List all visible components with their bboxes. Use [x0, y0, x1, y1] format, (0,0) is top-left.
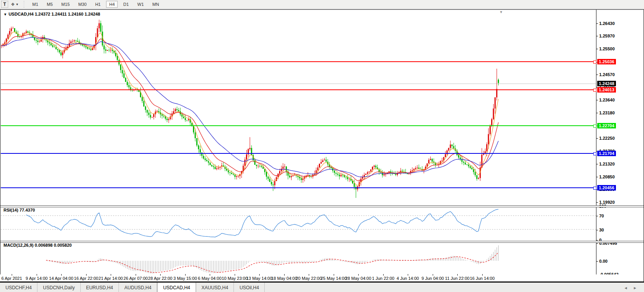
tabs-scroll-left-icon[interactable]: ◄ [624, 286, 628, 290]
chart-title-symbol: USDCAD,H4 [9, 12, 34, 16]
time-tick-dash [284, 274, 285, 276]
price-level-label[interactable]: 1.22704 [597, 123, 616, 128]
tabs-holder: USDCHF,H4USDCNH,DailyEURUSD,H4AUDUSD,H4U… [0, 283, 265, 292]
time-tick-label: 10 May 23:00 [222, 276, 248, 281]
rsi-label: RSI(14) 77.4370 [4, 208, 35, 212]
time-tick-dash [136, 274, 136, 276]
price-level-anchor[interactable] [593, 187, 596, 190]
current-price-line [1, 84, 596, 84]
tab-eurusd[interactable]: EURUSD,H4 [81, 283, 119, 292]
timeframe-button-d1[interactable]: D1 [120, 1, 132, 8]
time-tick-label: 4 Jun 14:00 [396, 276, 419, 281]
diamond-tool-icon: ❖ [11, 2, 15, 7]
price-tick-label: 1.26430 [599, 21, 615, 26]
chevron-down-icon: ▼ [16, 3, 19, 6]
timeframe-button-m1[interactable]: M1 [29, 1, 41, 8]
timeframe-button-m30[interactable]: M30 [75, 1, 90, 8]
timeframe-button-h1[interactable]: H1 [92, 1, 104, 8]
price-level-line[interactable] [1, 125, 596, 126]
timeframe-button-h4[interactable]: H4 [106, 1, 118, 8]
time-tick-dash [309, 274, 309, 276]
macd-tick-label: 0.00 [599, 259, 607, 264]
time-tick-dash [37, 274, 37, 276]
time-tick-dash [358, 274, 359, 276]
price-level-label: 1.24248 [597, 81, 616, 86]
chart-window: ▼USDCAD,H4 1.24372 1.24411 1.24160 1.242… [0, 9, 644, 282]
time-tick-dash [12, 274, 12, 276]
price-level-label[interactable]: 1.20456 [597, 185, 616, 191]
time-tick-label: 13 May 14:00 [246, 276, 272, 281]
chart-shift-marker[interactable]: ▼ [499, 10, 503, 14]
time-tick-label: 18 May 04:00 [271, 276, 297, 281]
time-tick-label: 28 May 04:00 [345, 276, 372, 281]
chart-title: ▼USDCAD,H4 1.24372 1.24411 1.24160 1.242… [4, 12, 100, 16]
time-tick-dash [383, 274, 384, 276]
price-level-label[interactable]: 1.25036 [597, 59, 616, 64]
price-level-line[interactable] [1, 187, 596, 188]
rsi-tick-label: 70 [599, 214, 604, 218]
time-tick-dash [433, 274, 433, 276]
price-tick-label: 1.20850 [599, 174, 615, 179]
price-level-anchor[interactable] [593, 125, 596, 128]
time-tick-label: 9 Jun 04:00 [421, 276, 444, 281]
timeframe-button-w1[interactable]: W1 [134, 1, 147, 8]
time-tick-label: 28 Apr 22:00 [148, 276, 172, 281]
time-tick-dash [61, 274, 62, 276]
price-level-label[interactable]: 1.21704 [597, 151, 616, 156]
timeframe-button-m15[interactable]: M15 [58, 1, 73, 8]
chart-tools-button[interactable]: ❖ ▼ [10, 1, 19, 8]
time-tick-dash [334, 274, 334, 276]
tab-usdcnh[interactable]: USDCNH,Daily [37, 283, 80, 292]
timeframe-group: M1M5M15M30H1H4D1W1MN [29, 1, 162, 8]
price-tick-label: 1.24570 [599, 72, 615, 77]
macd-panel[interactable]: MACD(12,26,9) 0.006898 0.005820 [0, 242, 644, 275]
time-tick-label: 26 Apr 07:00 [124, 276, 148, 281]
tabs-scroll-right-icon[interactable]: ► [633, 286, 637, 290]
price-tick-label: 1.25970 [599, 34, 615, 38]
tab-usoil[interactable]: USOil,H4 [234, 283, 265, 292]
price-tick-label: 1.21320 [599, 162, 615, 166]
price-axis-line [596, 10, 596, 275]
time-tick-dash [482, 274, 483, 276]
time-tick-label: 16 Apr 22:00 [74, 276, 98, 281]
tab-audusd[interactable]: AUDUSD,H4 [119, 283, 157, 292]
price-level-line[interactable] [1, 153, 596, 154]
price-level-line[interactable] [1, 61, 596, 62]
time-tick-dash [210, 274, 210, 276]
panel-separator-1[interactable] [0, 205, 644, 207]
price-level-anchor[interactable] [593, 89, 596, 92]
time-tick-dash [111, 274, 111, 276]
time-tick-dash [185, 274, 186, 276]
time-tick-label: 14 Apr 04:00 [49, 276, 73, 281]
timeframe-button-mn[interactable]: MN [149, 1, 162, 8]
macd-label: MACD(12,26,9) 0.006898 0.005820 [4, 243, 72, 247]
price-level-anchor[interactable] [593, 152, 596, 155]
price-level-label[interactable]: 1.24013 [597, 87, 616, 93]
time-tick-dash [259, 274, 260, 276]
tab-xauusd[interactable]: XAUUSD,H4 [196, 283, 234, 292]
price-axis[interactable]: 1.264301.259701.255001.250301.245701.241… [596, 10, 644, 275]
panel-separator-2[interactable] [0, 241, 644, 243]
symbol-tab-bar: USDCHF,H4USDCNH,DailyEURUSD,H4AUDUSD,H4U… [0, 282, 644, 292]
price-tick-label: 1.22250 [599, 136, 615, 141]
top-toolbar: T ❖ ▼ M1M5M15M30H1H4D1W1MN [0, 0, 644, 9]
price-chart-panel[interactable]: ▼USDCAD,H4 1.24372 1.24411 1.24160 1.242… [0, 10, 644, 205]
price-level-line[interactable] [1, 89, 596, 90]
time-tick-label: 11 Jun 22:00 [445, 276, 470, 281]
toolbar-separator [23, 1, 25, 7]
price-level-anchor[interactable] [593, 61, 596, 64]
rsi-panel[interactable]: RSI(14) 77.4370 [0, 207, 644, 241]
time-tick-label: 3 May 15:00 [173, 276, 197, 281]
time-axis[interactable]: 6 Apr 20219 Apr 14:0014 Apr 04:0016 Apr … [0, 274, 643, 281]
time-tick-label: 6 Apr 2021 [1, 276, 22, 281]
rsi-tick-label: 30 [599, 228, 604, 232]
time-tick-label: 9 Apr 14:00 [26, 276, 48, 281]
timeframe-button-m5[interactable]: M5 [44, 1, 56, 8]
time-tick-label: 6 May 04:00 [198, 276, 222, 281]
collapse-icon[interactable]: ▼ [4, 12, 7, 16]
text-tool-button[interactable]: T [1, 1, 8, 8]
chart-title-ohlc: 1.24372 1.24411 1.24160 1.24248 [35, 12, 100, 16]
tab-usdchf[interactable]: USDCHF,H4 [0, 283, 37, 292]
price-tick-label: 1.23640 [599, 98, 615, 102]
tab-usdcad[interactable]: USDCAD,H4 [157, 283, 196, 292]
